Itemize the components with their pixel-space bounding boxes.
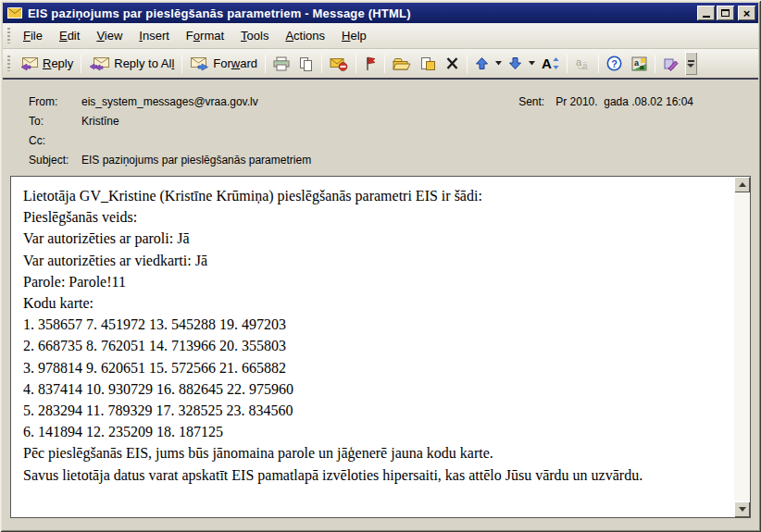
menu-view[interactable]: View — [88, 25, 131, 46]
code-card-line: 5. 283294 11. 789329 17. 328525 23. 8345… — [23, 400, 724, 421]
reply-to-all-button[interactable]: Reply to All — [84, 55, 179, 73]
label-fragment: elp — [350, 29, 366, 43]
label-fragment: ctions — [293, 29, 325, 43]
copy-button[interactable] — [294, 55, 318, 73]
label-fragment: iew — [105, 29, 123, 43]
move-to-folder-button[interactable] — [388, 55, 416, 73]
menu-drag-handle-icon[interactable] — [7, 28, 10, 43]
text-size-icon: A — [542, 56, 552, 71]
label-fragment: F — [186, 29, 193, 43]
label-fragment: dit — [68, 29, 81, 43]
to-row: To: Kristīne — [29, 115, 758, 134]
body-text: Lietotāja GV_Kristine (Kristīne Krūmiņa)… — [11, 177, 750, 486]
minimize-icon — [703, 16, 710, 18]
scroll-down-button[interactable] — [734, 501, 750, 517]
print-button[interactable] — [268, 55, 294, 73]
toolbar-separator — [598, 55, 599, 73]
junk-email-button[interactable] — [325, 55, 353, 73]
message-body: Lietotāja GV_Kristine (Kristīne Krūmiņa)… — [10, 176, 751, 518]
label-fragment: E — [59, 29, 68, 43]
next-item-dropdown[interactable] — [527, 59, 537, 68]
body-line: Parole: Parole!11 — [23, 271, 724, 292]
from-label: From: — [29, 95, 81, 115]
code-card-line: 4. 837414 10. 930729 16. 882645 22. 9759… — [23, 378, 724, 400]
previous-item-icon — [475, 56, 489, 70]
menu-edit[interactable]: Edit — [51, 25, 88, 46]
label-fragment: V — [96, 29, 104, 43]
code-card-line: 2. 668735 8. 762051 14. 713966 20. 35580… — [23, 335, 724, 356]
envelope-icon — [7, 7, 22, 19]
toolbar-separator — [567, 55, 568, 73]
delete-button[interactable] — [441, 55, 464, 72]
next-item-button[interactable] — [504, 55, 527, 72]
reply-button[interactable]: Reply — [15, 55, 78, 73]
maximize-button[interactable] — [717, 6, 734, 20]
label-fragment: ools — [247, 29, 269, 43]
toolbar-separator — [321, 55, 322, 73]
scroll-down-icon — [739, 507, 746, 512]
forward-icon — [190, 56, 209, 71]
body-line: Var autorizēties ar paroli: Jā — [23, 228, 724, 249]
minimize-button[interactable] — [697, 6, 715, 20]
label-fragment: rmat — [200, 29, 224, 43]
menu-tools[interactable]: Tools — [232, 25, 277, 46]
menu-help[interactable]: Help — [333, 25, 375, 46]
code-card-line: 6. 141894 12. 235209 18. 187125 — [23, 421, 724, 442]
toolbar-drag-handle-icon[interactable] — [7, 56, 10, 71]
body-line: Kodu karte: — [23, 292, 724, 314]
previous-item-button[interactable] — [470, 55, 493, 72]
toolbar-separator — [467, 55, 468, 73]
label-fragment: F — [23, 29, 31, 43]
print-icon — [273, 56, 290, 71]
menu-actions[interactable]: Actions — [277, 25, 333, 46]
body-line: Pēc pieslēgšanās EIS, jums būs jānomaina… — [23, 442, 724, 464]
reply-label: Reply — [43, 56, 73, 70]
label-fragment: nsert — [143, 29, 169, 43]
copy-icon — [299, 56, 314, 71]
forward-button[interactable]: Forward — [185, 55, 262, 73]
body-line: Lietotāja GV_Kristine (Kristīne Krūmiņa)… — [23, 185, 724, 206]
reply-all-label: Reply to All — [114, 56, 174, 70]
label-fragment: o — [193, 29, 200, 43]
label-fragment: A — [285, 29, 293, 43]
body-scrollbar[interactable] — [734, 177, 750, 517]
create-rule-button[interactable] — [416, 55, 441, 73]
to-value: Kristīne — [81, 115, 119, 134]
label-fragment: R — [43, 56, 51, 70]
menu-format[interactable]: Format — [178, 25, 232, 46]
follow-up-flag-button[interactable] — [359, 55, 381, 73]
toolbar-separator — [655, 55, 655, 73]
sent-value: Pr 2010. gada .08.02 16:04 — [555, 95, 693, 108]
reply-icon — [19, 56, 39, 71]
menu-file[interactable]: File — [15, 25, 51, 46]
translate-button[interactable]: aä — [570, 55, 595, 73]
menu-insert[interactable]: Insert — [131, 25, 178, 46]
flag-icon — [364, 56, 377, 71]
reply-all-icon — [89, 56, 110, 71]
to-label: To: — [29, 115, 81, 134]
toolbar-options-button[interactable] — [685, 52, 697, 75]
add-in-button[interactable] — [658, 55, 683, 73]
body-line: Var autorizēties ar viedkarti: Jā — [23, 250, 724, 271]
toolbar-options-arrow-icon — [687, 64, 694, 68]
scroll-up-button[interactable] — [734, 177, 750, 192]
close-button[interactable]: × — [738, 6, 755, 20]
label-fragment: w — [231, 56, 240, 70]
previous-item-dropdown[interactable] — [493, 59, 504, 68]
cc-label: Cc: — [29, 134, 81, 154]
subject-label: Subject: — [29, 154, 81, 173]
titlebar[interactable]: EIS paziņojums par pieslēgšanās parametr… — [3, 3, 758, 23]
toolbar-separator — [384, 55, 385, 73]
menu-bar: File Edit View Insert Format Tools Actio… — [3, 23, 758, 49]
help-button[interactable]: ? — [602, 54, 627, 73]
research-button[interactable]: aa — [627, 55, 652, 73]
message-window: EIS paziņojums par pieslēgšanās parametr… — [0, 0, 761, 532]
cc-row: Cc: — [29, 134, 758, 154]
text-size-button[interactable]: A — [537, 54, 564, 73]
junk-email-icon — [330, 56, 348, 71]
body-line: Pieslēgšanās veids: — [23, 206, 724, 228]
sent-row: Sent: Pr 2010. gada .08.02 16:04 — [518, 95, 693, 108]
code-card-line: 1. 358657 7. 451972 13. 545288 19. 49720… — [23, 314, 724, 335]
message-header: From: eis_system_messages@vraa.gov.lv Se… — [3, 80, 758, 176]
forward-label: Forward — [213, 56, 257, 70]
